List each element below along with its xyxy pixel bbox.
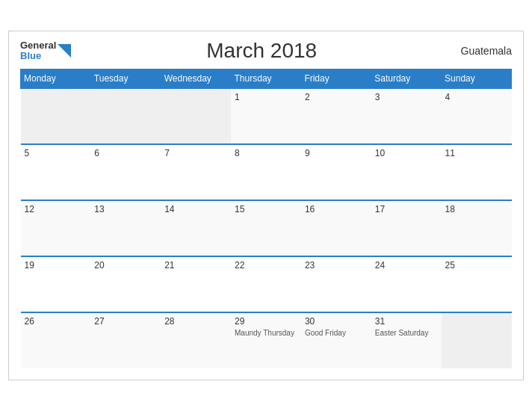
- calendar-cell: 28: [161, 312, 231, 368]
- calendar-cell: 22: [231, 256, 301, 312]
- calendar-cell: 20: [90, 256, 161, 312]
- day-number: 13: [94, 204, 157, 214]
- calendar-cell: 11: [442, 144, 512, 200]
- calendar-cell: 5: [21, 144, 91, 200]
- calendar-cell: 7: [161, 144, 231, 200]
- calendar-cell: 2: [301, 88, 371, 144]
- day-number: 21: [164, 260, 227, 271]
- calendar-cell: 13: [90, 200, 161, 256]
- day-number: 16: [305, 204, 368, 214]
- calendar-cell: [161, 88, 231, 144]
- calendar-cell: 21: [161, 256, 231, 312]
- calendar-cell: 3: [371, 88, 442, 144]
- day-number: 4: [445, 92, 508, 102]
- svg-marker-0: [58, 44, 71, 58]
- day-number: 15: [235, 204, 297, 214]
- calendar-cell: 26: [21, 312, 91, 368]
- col-header-saturday: Saturday: [371, 69, 442, 89]
- day-number: 10: [375, 148, 438, 158]
- day-number: 28: [164, 316, 227, 327]
- week-row: 567891011: [21, 144, 512, 200]
- event-label: Maundy Thursday: [235, 328, 297, 338]
- calendar-cell: 1: [231, 88, 301, 144]
- calendar-cell: 10: [371, 144, 442, 200]
- col-header-friday: Friday: [301, 69, 371, 89]
- calendar-title: March 2018: [71, 39, 452, 63]
- col-header-sunday: Sunday: [442, 69, 512, 89]
- calendar-cell: [90, 88, 161, 144]
- day-number: 2: [305, 92, 368, 102]
- logo-general: General Blue: [20, 40, 56, 62]
- event-label: Good Friday: [305, 328, 368, 338]
- day-number: 20: [94, 260, 157, 271]
- day-number: 30: [305, 316, 368, 327]
- calendar-cell: 17: [371, 200, 442, 256]
- day-number: 12: [25, 204, 87, 214]
- calendar-cell: 29Maundy Thursday: [231, 312, 301, 368]
- calendar-cell: 27: [90, 312, 161, 368]
- col-header-tuesday: Tuesday: [90, 69, 161, 89]
- day-number: 29: [235, 316, 297, 327]
- day-number: 26: [25, 316, 87, 327]
- calendar-cell: 4: [442, 88, 512, 144]
- day-number: 14: [164, 204, 227, 214]
- day-number: 22: [235, 260, 297, 271]
- calendar-cell: 31Easter Saturday: [371, 312, 442, 368]
- day-number: 31: [375, 316, 438, 327]
- day-number: 1: [235, 92, 297, 102]
- day-number: 23: [305, 260, 368, 271]
- day-number: 27: [94, 316, 157, 327]
- day-number: 24: [375, 260, 438, 271]
- calendar-cell: 23: [301, 256, 371, 312]
- calendar-cell: [442, 312, 512, 368]
- day-number: 7: [164, 148, 227, 158]
- day-number: 8: [235, 148, 297, 158]
- week-row: 12131415161718: [21, 200, 512, 256]
- logo: General Blue: [20, 40, 71, 62]
- col-header-thursday: Thursday: [231, 69, 301, 89]
- calendar-cell: 18: [442, 200, 512, 256]
- calendar-country: Guatemala: [452, 45, 512, 57]
- header-row: MondayTuesdayWednesdayThursdayFridaySatu…: [21, 69, 512, 89]
- day-number: 6: [94, 148, 157, 158]
- calendar-cell: 9: [301, 144, 371, 200]
- calendar-cell: [21, 88, 91, 144]
- day-number: 11: [445, 148, 508, 158]
- calendar-cell: 12: [21, 200, 91, 256]
- week-row: 19202122232425: [21, 256, 512, 312]
- calendar-header: General Blue March 2018 Guatemala: [20, 39, 512, 63]
- col-header-monday: Monday: [21, 69, 91, 89]
- calendar-cell: 24: [371, 256, 442, 312]
- calendar-cell: 8: [231, 144, 301, 200]
- calendar-cell: 16: [301, 200, 371, 256]
- calendar-cell: 19: [21, 256, 91, 312]
- calendar-cell: 15: [231, 200, 301, 256]
- logo-icon: [58, 44, 71, 58]
- calendar-cell: 30Good Friday: [301, 312, 371, 368]
- week-row: 1234: [21, 88, 512, 144]
- calendar-cell: 14: [161, 200, 231, 256]
- calendar-table: MondayTuesdayWednesdayThursdayFridaySatu…: [20, 69, 512, 368]
- day-number: 5: [25, 148, 87, 158]
- calendar-cell: 25: [442, 256, 512, 312]
- day-number: 9: [305, 148, 368, 158]
- event-label: Easter Saturday: [375, 328, 438, 338]
- day-number: 19: [25, 260, 87, 271]
- col-header-wednesday: Wednesday: [161, 69, 231, 89]
- day-number: 3: [375, 92, 438, 102]
- calendar: General Blue March 2018 Guatemala Monday…: [8, 31, 524, 380]
- day-number: 18: [445, 204, 508, 214]
- week-row: 26272829Maundy Thursday30Good Friday31Ea…: [21, 312, 512, 368]
- day-number: 17: [375, 204, 438, 214]
- day-number: 25: [445, 260, 508, 271]
- calendar-cell: 6: [90, 144, 161, 200]
